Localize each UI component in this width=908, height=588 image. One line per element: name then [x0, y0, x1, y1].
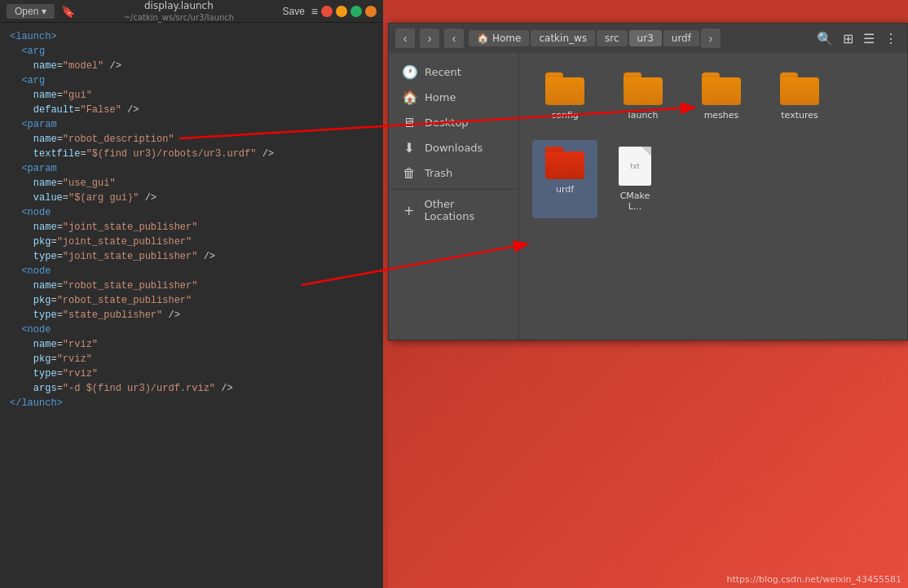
desktop-icon: 🖥 [402, 115, 417, 130]
fm-sidebar: 🕐 Recent 🏠 Home 🖥 Desktop ⬇ Downloads 🗑 … [389, 53, 519, 340]
folder-back-launch [624, 77, 663, 105]
code-line-25: args="-d $(find ur3)/urdf.rviz" /> [10, 381, 373, 396]
code-line-8: name="robot_description" [10, 132, 373, 147]
code-line-1: <launch> [10, 29, 373, 44]
back-button[interactable]: ‹ [395, 29, 415, 48]
editor-panel: Open ▾ 🔖 display.launch ~/catkin_ws/src/… [0, 0, 383, 588]
home-sidebar-icon: 🏠 [402, 90, 417, 105]
code-line-20: type="state_publisher" /> [10, 308, 373, 323]
code-line-9: textfile="$(find ur3)/robots/ur3.urdf" /… [10, 147, 373, 161]
close-button[interactable] [321, 6, 333, 17]
breadcrumb: 🏠 Home catkin_ws src ur3 urdf › [469, 29, 809, 48]
maximize-button[interactable] [350, 6, 362, 17]
downloads-icon: ⬇ [402, 140, 417, 156]
sidebar-item-home[interactable]: 🏠 Home [389, 85, 518, 110]
save-button[interactable]: Save [282, 6, 304, 17]
folder-config-label: config [551, 110, 579, 121]
bookmark-icon[interactable]: 🔖 [61, 5, 75, 18]
fm-titlebar: ‹ › ‹ 🏠 Home catkin_ws src ur3 urdf › 🔍 [389, 24, 907, 53]
folder-launch-icon [624, 72, 663, 105]
editor-titlebar: Open ▾ 🔖 display.launch ~/catkin_ws/src/… [0, 0, 383, 23]
recent-icon: 🕐 [402, 64, 417, 80]
file-path: ~/catkin_ws/src/ur3/launch [124, 13, 235, 22]
open-button[interactable]: Open ▾ [7, 4, 55, 19]
breadcrumb-more[interactable]: › [701, 29, 721, 48]
home-icon: 🏠 [477, 33, 489, 44]
code-line-23: pkg="rviz" [10, 352, 373, 366]
code-line-14: name="joint_state_publisher" [10, 220, 373, 235]
desktop-label: Desktop [425, 116, 469, 129]
dropdown-arrow: ▾ [42, 6, 46, 17]
urdf-label: urdf [672, 33, 691, 44]
editor-code: <launch> <arg name="model" /> <arg name=… [0, 23, 383, 588]
extra-button[interactable] [365, 6, 377, 17]
code-line-11: name="use_gui" [10, 176, 373, 191]
other-icon: + [402, 203, 416, 218]
view-grid-button[interactable]: ⊞ [840, 29, 857, 48]
folder-launch[interactable]: launch [610, 66, 676, 127]
file-name: display.launch [144, 0, 214, 11]
search-button[interactable]: 🔍 [813, 29, 836, 48]
folder-urdf-label: urdf [556, 184, 574, 195]
trash-label: Trash [425, 167, 452, 179]
code-line-6: default="False" /> [10, 103, 373, 117]
editor-titlebar-left: Open ▾ 🔖 [7, 4, 75, 19]
file-type-label: txt [628, 161, 641, 172]
code-line-18: name="robot_state_publisher" [10, 279, 373, 293]
breadcrumb-catkin[interactable]: catkin_ws [531, 30, 595, 46]
folder-meshes[interactable]: meshes [689, 66, 754, 127]
editor-controls: Save ≡ [282, 5, 377, 18]
folder-urdf[interactable]: urdf [532, 140, 597, 218]
folder-textures-label: textures [781, 110, 818, 121]
up-button[interactable]: ‹ [444, 29, 464, 48]
folder-back [545, 77, 584, 105]
folder-back-urdf [545, 151, 584, 179]
file-cmakelists[interactable]: txt CMakeL... [610, 140, 659, 218]
home-label: Home [492, 33, 521, 44]
fm-body: 🕐 Recent 🏠 Home 🖥 Desktop ⬇ Downloads 🗑 … [389, 53, 907, 340]
breadcrumb-urdf[interactable]: urdf [663, 30, 699, 46]
other-label: Other Locations [424, 198, 505, 222]
folder-back-meshes [702, 77, 741, 105]
sidebar-item-other[interactable]: + Other Locations [389, 189, 518, 227]
folder-textures[interactable]: textures [767, 66, 832, 127]
menu-button[interactable]: ≡ [311, 5, 318, 18]
code-line-12: value="$(arg gui)" /> [10, 191, 373, 205]
code-line-4: <arg [10, 73, 373, 88]
editor-file-title: display.launch ~/catkin_ws/src/ur3/launc… [75, 0, 282, 23]
breadcrumb-ur3[interactable]: ur3 [629, 30, 662, 46]
forward-button[interactable]: › [420, 29, 439, 48]
code-line-19: pkg="robot_state_publisher" [10, 293, 373, 308]
file-cmakelists-icon: txt [619, 147, 651, 186]
code-line-22: name="rviz" [10, 337, 373, 352]
folder-textures-icon [780, 72, 819, 105]
breadcrumb-src[interactable]: src [597, 30, 628, 46]
code-line-16: type="joint_state_publisher" /> [10, 249, 373, 264]
sidebar-item-desktop[interactable]: 🖥 Desktop [389, 110, 518, 135]
code-line-17: <node [10, 264, 373, 279]
breadcrumb-home[interactable]: 🏠 Home [469, 30, 529, 46]
sidebar-item-downloads[interactable]: ⬇ Downloads [389, 135, 518, 160]
folder-config-icon [545, 72, 584, 105]
folder-meshes-icon [702, 72, 741, 105]
folder-launch-label: launch [628, 110, 659, 121]
code-line-24: type="rviz" [10, 366, 373, 381]
fm-main: config launch meshes [519, 53, 907, 340]
code-line-2: <arg [10, 44, 373, 59]
code-line-26: </launch> [10, 396, 373, 410]
sidebar-item-recent[interactable]: 🕐 Recent [389, 59, 518, 85]
sidebar-item-trash[interactable]: 🗑 Trash [389, 160, 518, 186]
folder-back-textures [780, 77, 819, 105]
view-list-button[interactable]: ☰ [860, 29, 878, 48]
code-line-10: <param [10, 161, 373, 176]
ur3-label: ur3 [637, 33, 654, 44]
open-label: Open [15, 6, 38, 17]
downloads-label: Downloads [425, 142, 483, 154]
file-cmakelists-label: CMakeL... [617, 191, 653, 212]
code-line-5: name="gui" [10, 88, 373, 103]
recent-label: Recent [425, 66, 461, 78]
folder-config[interactable]: config [532, 66, 597, 127]
catkin-label: catkin_ws [539, 33, 587, 44]
more-options-button[interactable]: ⋮ [881, 29, 901, 48]
minimize-button[interactable] [336, 6, 347, 17]
